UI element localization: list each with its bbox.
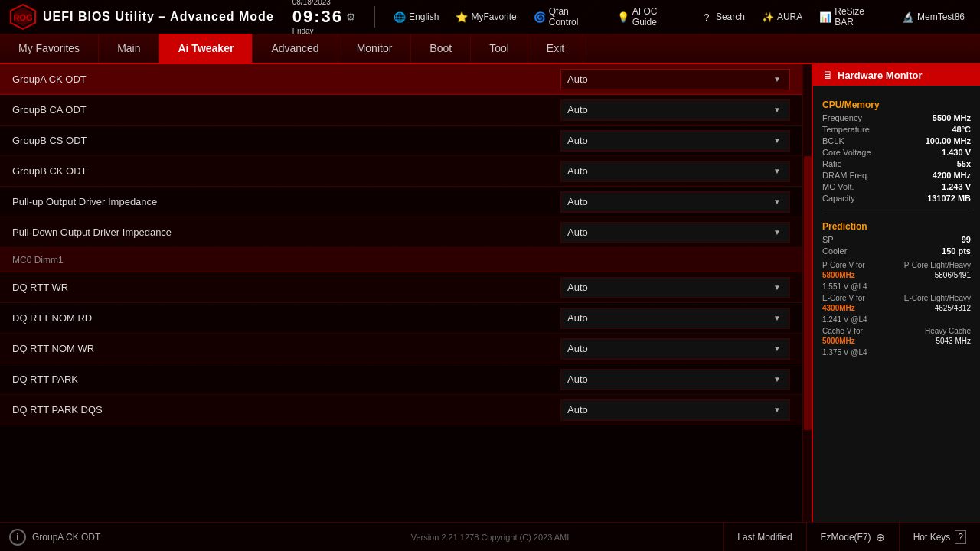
- setting-row-groupB-CK-ODT[interactable]: GroupB CK ODT Auto ▼: [0, 156, 802, 187]
- hw-monitor-icon: 🖥: [822, 69, 833, 81]
- hw-monitor-title: Hardware Monitor: [838, 70, 923, 81]
- app-title: UEFI BIOS Utility – Advanced Mode: [43, 10, 274, 24]
- status-description: GroupA CK ODT: [32, 532, 100, 543]
- dropdown-dq-rtt-park[interactable]: Auto ▼: [560, 369, 790, 390]
- hotkeys-button[interactable]: Hot Keys ?: [899, 523, 980, 551]
- main-layout: GroupA CK ODT Auto ▼ GroupB CA ODT Auto …: [0, 64, 980, 522]
- pred-cache-mhz: 5000MHz: [822, 337, 855, 345]
- setting-row-pulldown[interactable]: Pull-Down Output Driver Impedance Auto ▼: [0, 217, 802, 248]
- hw-dramfreq-value: 4200 MHz: [933, 171, 971, 180]
- memtest-icon: 🔬: [902, 11, 914, 23]
- hw-dramfreq-row: DRAM Freq. 4200 MHz: [822, 171, 971, 180]
- setting-label-groupA-CK-ODT: GroupA CK ODT: [12, 73, 87, 85]
- dropdown-arrow-dq-rtt-nom-rd: ▼: [771, 312, 783, 324]
- hw-corevoltage-row: Core Voltage 1.430 V: [822, 148, 971, 157]
- nav-qfan-label: Qfan Control: [549, 6, 600, 28]
- dropdown-dq-rtt-nom-rd[interactable]: Auto ▼: [560, 308, 790, 329]
- header-nav-items: 🌐 English ⭐ MyFavorite 🌀 Qfan Control 💡 …: [387, 4, 971, 30]
- nav-language-label: English: [409, 11, 439, 22]
- dropdown-value-pullup: Auto: [567, 196, 771, 207]
- hw-mcvolt-key: MC Volt.: [822, 182, 854, 191]
- ezmode-button[interactable]: EzMode(F7) ⊕: [806, 523, 899, 551]
- hw-capacity-row: Capacity 131072 MB: [822, 194, 971, 203]
- header-divider: [374, 6, 375, 28]
- setting-row-groupB-CS-ODT[interactable]: GroupB CS ODT Auto ▼: [0, 126, 802, 156]
- dropdown-pulldown[interactable]: Auto ▼: [560, 222, 790, 243]
- pred-cooler-value: 150 pts: [942, 246, 971, 256]
- dropdown-arrow-dq-rtt-park-dqs: ▼: [771, 404, 783, 416]
- tab-boot[interactable]: Boot: [411, 34, 471, 63]
- nav-myfavorite-label: MyFavorite: [471, 11, 516, 22]
- scrollbar-track[interactable]: [802, 64, 812, 522]
- dropdown-groupB-CK-ODT[interactable]: Auto ▼: [560, 161, 790, 182]
- hw-temperature-value: 48°C: [952, 125, 971, 134]
- dropdown-groupA-CK-ODT[interactable]: Auto ▼: [560, 69, 790, 90]
- setting-row-dq-rtt-wr[interactable]: DQ RTT WR Auto ▼: [0, 272, 802, 303]
- dropdown-groupB-CS-ODT[interactable]: Auto ▼: [560, 130, 790, 152]
- nav-resizebar[interactable]: 📊 ReSize BAR: [813, 4, 891, 30]
- dropdown-value-groupB-CK-ODT: Auto: [567, 165, 771, 177]
- section-mc0-dimm1-label: MC0 Dimm1: [12, 255, 64, 266]
- setting-label-dq-rtt-park-dqs: DQ RTT PARK DQS: [12, 404, 103, 416]
- setting-row-pullup[interactable]: Pull-up Output Driver Impedance Auto ▼: [0, 187, 802, 217]
- tab-main[interactable]: Main: [99, 34, 159, 63]
- nav-aioc[interactable]: 💡 AI OC Guide: [611, 4, 690, 30]
- dropdown-arrow-groupA-CK-ODT: ▼: [771, 73, 783, 86]
- setting-label-groupB-CS-ODT: GroupB CS ODT: [12, 135, 87, 146]
- setting-label-groupB-CK-ODT: GroupB CK ODT: [12, 165, 87, 177]
- dropdown-pullup[interactable]: Auto ▼: [560, 191, 790, 213]
- setting-row-dq-rtt-park-dqs[interactable]: DQ RTT PARK DQS Auto ▼: [0, 395, 802, 425]
- dropdown-dq-rtt-nom-wr[interactable]: Auto ▼: [560, 338, 790, 360]
- tab-advanced[interactable]: Advanced: [253, 34, 338, 63]
- tab-monitor[interactable]: Monitor: [338, 34, 412, 63]
- dropdown-value-groupA-CK-ODT: Auto: [567, 73, 771, 85]
- tab-favorites[interactable]: My Favorites: [0, 34, 99, 63]
- nav-memtest[interactable]: 🔬 MemTest86: [896, 8, 971, 25]
- ezmode-label: EzMode(F7): [821, 532, 871, 543]
- content-wrapper: GroupA CK ODT Auto ▼ GroupB CA ODT Auto …: [0, 64, 980, 522]
- nav-myfavorite[interactable]: ⭐ MyFavorite: [449, 8, 522, 25]
- pred-cooler-key: Cooler: [822, 246, 847, 256]
- dropdown-arrow-dq-rtt-wr: ▼: [771, 282, 783, 294]
- nav-search[interactable]: ? Search: [694, 8, 751, 25]
- tab-tool[interactable]: Tool: [471, 34, 528, 63]
- dropdown-groupB-CA-ODT[interactable]: Auto ▼: [560, 99, 790, 121]
- hw-frequency-key: Frequency: [822, 113, 862, 122]
- search-icon: ?: [701, 11, 713, 23]
- status-bar: i GroupA CK ODT Version 2.21.1278 Copyri…: [0, 522, 980, 551]
- dropdown-dq-rtt-wr[interactable]: Auto ▼: [560, 277, 790, 298]
- section-mc0-dimm1: MC0 Dimm1: [0, 248, 802, 272]
- last-modified-button[interactable]: Last Modified: [723, 523, 805, 551]
- pred-ecore-lh-label: E-Core Light/Heavy: [904, 294, 971, 302]
- scrollbar-thumb[interactable]: [804, 156, 812, 431]
- dropdown-dq-rtt-park-dqs[interactable]: Auto ▼: [560, 399, 790, 421]
- nav-search-label: Search: [716, 11, 745, 22]
- ezmode-icon: ⊕: [876, 531, 885, 543]
- dropdown-arrow-dq-rtt-nom-wr: ▼: [771, 343, 783, 355]
- settings-icon[interactable]: ⚙: [346, 11, 356, 23]
- nav-qfan[interactable]: 🌀 Qfan Control: [528, 4, 606, 30]
- pred-heavy-cache-label: Heavy Cache: [925, 327, 971, 335]
- hw-capacity-key: Capacity: [822, 194, 855, 203]
- pred-ecore-lh: 4625/4312: [935, 304, 971, 312]
- aura-icon: ✨: [762, 11, 774, 23]
- pred-pcore-v-label: P-Core V for: [822, 261, 865, 269]
- hw-monitor-header: 🖥 Hardware Monitor: [813, 64, 980, 86]
- nav-language[interactable]: 🌐 English: [387, 8, 445, 25]
- cpu-memory-title: CPU/Memory: [822, 99, 971, 110]
- hw-temperature-row: Temperature 48°C: [822, 125, 971, 134]
- nav-aura[interactable]: ✨ AURA: [756, 8, 808, 25]
- setting-row-dq-rtt-nom-wr[interactable]: DQ RTT NOM WR Auto ▼: [0, 334, 802, 364]
- dropdown-arrow-groupB-CK-ODT: ▼: [771, 165, 783, 178]
- tab-aitweaker[interactable]: Ai Tweaker: [159, 34, 253, 63]
- pred-ecore-v: 1.241 V @L4: [822, 315, 971, 324]
- setting-row-groupB-CA-ODT[interactable]: GroupB CA ODT Auto ▼: [0, 95, 802, 126]
- hw-corevoltage-key: Core Voltage: [822, 148, 871, 157]
- setting-row-groupA-CK-ODT[interactable]: GroupA CK ODT Auto ▼: [0, 64, 802, 95]
- tab-exit[interactable]: Exit: [528, 34, 583, 63]
- dropdown-arrow-pulldown: ▼: [771, 227, 783, 239]
- status-info-area: i GroupA CK ODT: [0, 529, 723, 546]
- setting-row-dq-rtt-park[interactable]: DQ RTT PARK Auto ▼: [0, 364, 802, 395]
- nav-aura-label: AURA: [777, 11, 802, 22]
- setting-row-dq-rtt-nom-rd[interactable]: DQ RTT NOM RD Auto ▼: [0, 303, 802, 334]
